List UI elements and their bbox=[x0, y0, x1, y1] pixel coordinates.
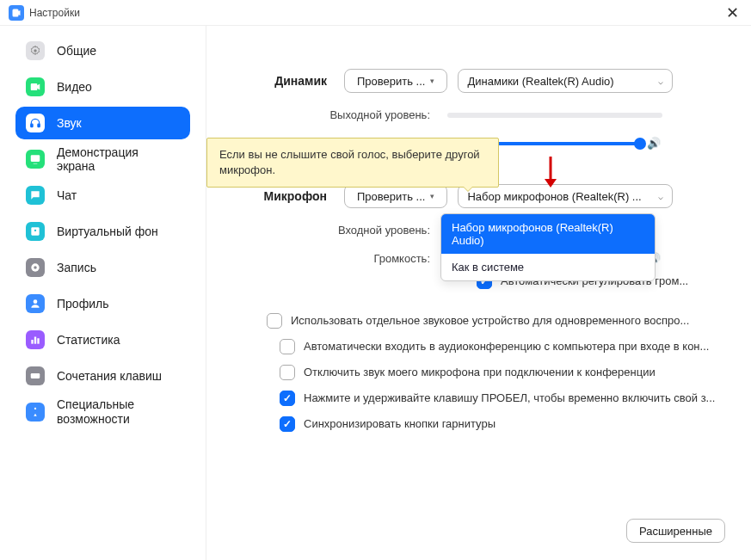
option-label: Использовать отдельное звуковое устройст… bbox=[291, 313, 689, 329]
sidebar-item-label: Демонстрация экрана bbox=[57, 145, 180, 173]
microphone-device-select[interactable]: Набор микрофонов (Realtek(R) ... ⌵ bbox=[458, 184, 673, 208]
sidebar-item-label: Специальные возможности bbox=[57, 397, 180, 427]
svg-rect-12 bbox=[31, 373, 40, 378]
sidebar-item-accessibility[interactable]: Специальные возможности bbox=[15, 396, 190, 428]
svg-rect-9 bbox=[31, 340, 33, 344]
test-microphone-button[interactable]: Проверить ...▾ bbox=[344, 184, 447, 208]
sidebar-item-label: Запись bbox=[57, 261, 96, 274]
sidebar-item-profile[interactable]: Профиль bbox=[15, 287, 190, 320]
advanced-button[interactable]: Расширенные bbox=[626, 519, 725, 543]
svg-point-7 bbox=[34, 266, 37, 269]
checkbox[interactable] bbox=[267, 313, 282, 329]
svg-rect-1 bbox=[31, 124, 33, 127]
window-title: Настройки bbox=[29, 7, 80, 19]
sidebar-item-vbg[interactable]: Виртуальный фон bbox=[15, 215, 190, 248]
sidebar-item-record[interactable]: Запись bbox=[15, 251, 190, 284]
svg-point-5 bbox=[34, 230, 36, 231]
option-row: Использовать отдельное звуковое устройст… bbox=[232, 313, 725, 329]
speaker-device-select[interactable]: Динамики (Realtek(R) Audio) ⌵ bbox=[458, 69, 673, 93]
option-row: Отключить звук моего микрофона при подкл… bbox=[232, 365, 725, 380]
svg-rect-3 bbox=[31, 155, 40, 162]
sidebar-item-stats[interactable]: Статистика bbox=[15, 323, 190, 356]
dropdown-option[interactable]: Набор микрофонов (Realtek(R) Audio) bbox=[441, 214, 655, 254]
headphones-icon bbox=[26, 114, 45, 132]
main-panel: Динамик Проверить ...▾ Динамики (Realtek… bbox=[206, 26, 751, 560]
sidebar-item-label: Статистика bbox=[57, 333, 120, 347]
sidebar-item-label: Виртуальный фон bbox=[57, 225, 158, 238]
speaker-loud-icon: 🔊 bbox=[647, 137, 661, 150]
svg-rect-2 bbox=[38, 124, 40, 127]
svg-point-8 bbox=[34, 299, 38, 304]
chat-icon bbox=[26, 186, 45, 205]
record-icon bbox=[26, 258, 45, 277]
sidebar-item-chat[interactable]: Чат bbox=[15, 179, 190, 212]
chevron-down-icon: ⌵ bbox=[658, 77, 663, 86]
sidebar-item-label: Чат bbox=[57, 188, 77, 202]
microphone-dropdown-menu: Набор микрофонов (Realtek(R) Audio) Как … bbox=[440, 213, 656, 281]
video-icon bbox=[26, 77, 45, 96]
sidebar-item-label: Профиль bbox=[57, 297, 108, 311]
hint-tooltip: Если вы не слышите свой голос, выберите … bbox=[206, 138, 499, 188]
chevron-down-icon: ▾ bbox=[430, 77, 434, 85]
annotation-arrow bbox=[542, 155, 559, 195]
checkbox[interactable] bbox=[280, 416, 295, 432]
checkbox[interactable] bbox=[280, 365, 295, 380]
sidebar: Общие Видео Звук Демонстрация экрана Чат… bbox=[0, 26, 206, 560]
stats-icon bbox=[26, 330, 45, 349]
sidebar-item-label: Общие bbox=[57, 44, 96, 58]
sidebar-item-keyboard[interactable]: Сочетания клавиш bbox=[15, 360, 190, 392]
chevron-down-icon: ▾ bbox=[430, 192, 434, 200]
svg-rect-11 bbox=[37, 338, 39, 343]
sidebar-item-share[interactable]: Демонстрация экрана bbox=[15, 143, 190, 175]
accessibility-icon bbox=[26, 403, 45, 422]
virtual-bg-icon bbox=[26, 222, 45, 241]
sidebar-item-video[interactable]: Видео bbox=[15, 71, 190, 103]
mic-volume-label: Громкость: bbox=[232, 252, 430, 265]
keyboard-icon bbox=[26, 366, 45, 385]
option-row: Синхронизировать кнопки гарнитуры bbox=[232, 416, 725, 432]
option-label: Автоматически входить в аудиоконференцию… bbox=[304, 339, 709, 354]
svg-point-0 bbox=[34, 49, 37, 52]
titlebar: Настройки ✕ bbox=[0, 0, 751, 26]
speaker-label: Динамик bbox=[232, 74, 327, 88]
svg-rect-10 bbox=[34, 337, 36, 344]
output-level-label: Выходной уровень: bbox=[232, 108, 430, 121]
profile-icon bbox=[26, 294, 45, 313]
output-level-meter bbox=[447, 113, 662, 118]
checkbox[interactable] bbox=[280, 391, 295, 406]
option-label: Синхронизировать кнопки гарнитуры bbox=[304, 416, 496, 432]
sidebar-item-label: Звук bbox=[57, 116, 82, 130]
chevron-down-icon: ⌵ bbox=[658, 192, 663, 201]
test-speaker-button[interactable]: Проверить ...▾ bbox=[344, 69, 447, 93]
checkbox[interactable] bbox=[280, 339, 295, 354]
option-row: Нажмите и удерживайте клавишу ПРОБЕЛ, чт… bbox=[232, 391, 725, 406]
option-label: Отключить звук моего микрофона при подкл… bbox=[304, 365, 656, 380]
sidebar-item-label: Видео bbox=[57, 80, 92, 94]
share-screen-icon bbox=[26, 150, 45, 169]
app-icon bbox=[9, 5, 24, 21]
svg-point-13 bbox=[34, 408, 36, 409]
close-button[interactable]: ✕ bbox=[723, 3, 742, 22]
sidebar-item-audio[interactable]: Звук bbox=[15, 107, 190, 139]
sidebar-item-label: Сочетания клавиш bbox=[57, 369, 162, 383]
sidebar-item-general[interactable]: Общие bbox=[15, 34, 190, 67]
microphone-label: Микрофон bbox=[232, 189, 327, 203]
option-row: Автоматически входить в аудиоконференцию… bbox=[232, 339, 725, 354]
dropdown-option[interactable]: Как в системе bbox=[441, 254, 655, 280]
gear-icon bbox=[26, 41, 45, 60]
option-label: Нажмите и удерживайте клавишу ПРОБЕЛ, чт… bbox=[304, 391, 715, 406]
input-level-label: Входной уровень: bbox=[232, 224, 430, 237]
